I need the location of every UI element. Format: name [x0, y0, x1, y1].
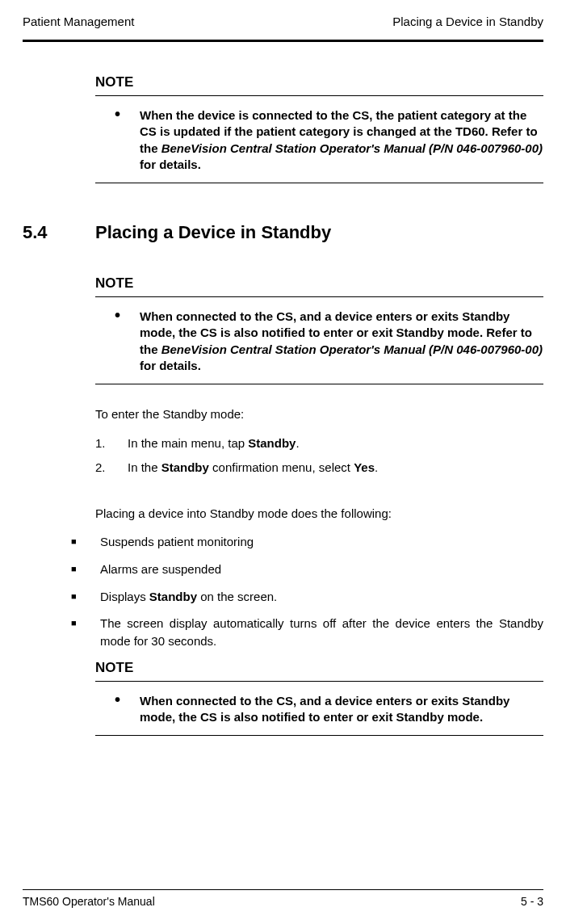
steps-list: 1. In the main menu, tap Standby. 2. In …	[95, 434, 543, 477]
note-body: • When connected to the CS, and a device…	[95, 693, 543, 726]
header-left: Patient Management	[23, 15, 134, 28]
bullet-list: ■ Suspends patient monitoring ■ Alarms a…	[71, 533, 543, 650]
note-text: When connected to the CS, and a device e…	[140, 693, 543, 726]
bullet-icon: •	[115, 309, 120, 374]
note-rule-top	[95, 95, 543, 96]
step-text: In the main menu, tap Standby.	[128, 434, 300, 453]
note-label: NOTE	[95, 660, 543, 676]
page-footer: TMS60 Operator's Manual 5 - 3	[23, 889, 543, 908]
bullet-icon: •	[115, 693, 120, 726]
intro-para: To enter the Standby mode:	[95, 405, 543, 422]
note-text-ital: BeneVision Central Station Operator's Ma…	[161, 141, 543, 155]
note-text: When the device is connected to the CS, …	[140, 107, 543, 173]
note-rule-bottom	[95, 735, 543, 736]
footer-right: 5 - 3	[521, 895, 543, 908]
note-rule-bottom	[95, 384, 543, 384]
bullet-text: Suspends patient monitoring	[100, 533, 254, 551]
note-body: • When connected to the CS, and a device…	[95, 309, 543, 374]
section-title: Placing a Device in Standby	[95, 222, 331, 243]
header-rule	[23, 40, 543, 42]
list-item: ■ Alarms are suspended	[71, 561, 543, 578]
list-item: 2. In the Standby confirmation menu, sel…	[95, 458, 543, 477]
note-body: • When the device is connected to the CS…	[95, 107, 543, 173]
bullet-text: The screen display automatically turns o…	[100, 615, 543, 650]
step-number: 2.	[95, 458, 110, 477]
section-heading: 5.4 Placing a Device in Standby	[95, 222, 543, 243]
step-text: In the Standby confirmation menu, select…	[128, 458, 378, 477]
note-label: NOTE	[95, 275, 543, 292]
section-number: 5.4	[23, 222, 95, 243]
note-rule-top	[95, 681, 543, 682]
list-item: 1. In the main menu, tap Standby.	[95, 434, 543, 453]
note-rule-top	[95, 296, 543, 297]
note-text-b: for details.	[140, 359, 201, 372]
note-text-ital: BeneVision Central Station Operator's Ma…	[161, 342, 543, 356]
page-header: Patient Management Placing a Device in S…	[23, 15, 543, 28]
square-bullet-icon: ■	[71, 533, 79, 551]
intro2-para: Placing a device into Standby mode does …	[95, 505, 543, 522]
square-bullet-icon: ■	[71, 561, 79, 578]
list-item: ■ Suspends patient monitoring	[71, 533, 543, 551]
note-label: NOTE	[95, 74, 543, 90]
footer-row: TMS60 Operator's Manual 5 - 3	[23, 895, 543, 908]
list-item: ■ The screen display automatically turns…	[71, 615, 543, 650]
footer-rule	[23, 889, 543, 890]
step-number: 1.	[95, 434, 110, 453]
note-text: When connected to the CS, and a device e…	[140, 309, 543, 374]
page-content: NOTE • When the device is connected to t…	[23, 74, 543, 736]
footer-left: TMS60 Operator's Manual	[23, 895, 155, 908]
bullet-icon: •	[115, 107, 120, 173]
header-right: Placing a Device in Standby	[392, 15, 543, 28]
bullet-text: Alarms are suspended	[100, 561, 221, 578]
square-bullet-icon: ■	[71, 615, 79, 650]
bullet-text: Displays Standby on the screen.	[100, 588, 277, 606]
list-item: ■ Displays Standby on the screen.	[71, 588, 543, 606]
square-bullet-icon: ■	[71, 588, 79, 606]
note-rule-bottom	[95, 183, 543, 183]
note-text-b: for details.	[140, 158, 201, 171]
